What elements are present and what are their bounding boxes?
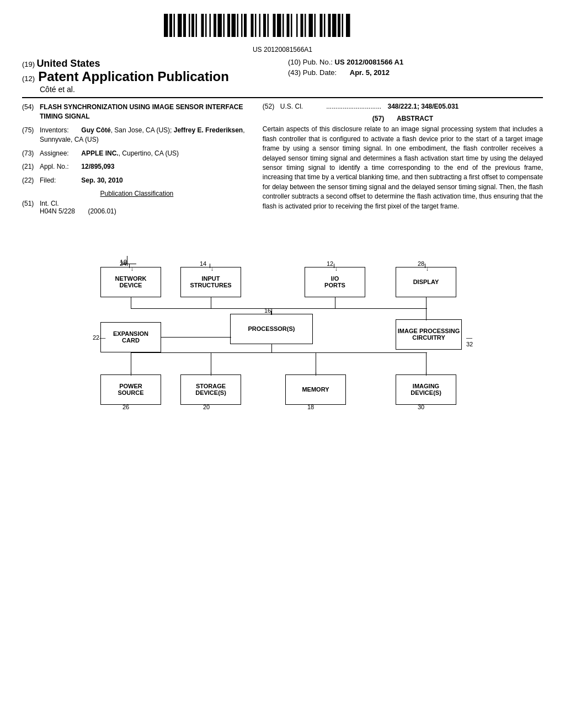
barcode-area: // Will render via JS below [22,11,543,44]
header-section: (19) United States (12) Patent Applicati… [22,58,543,94]
ref-18: 18 [307,404,314,410]
inventors-header-line: Côté et al. [40,85,277,94]
type-value: Patent Application Publication [38,69,229,84]
svg-rect-33 [315,14,316,37]
assignee-field: (73) Assignee: APPLE INC., Cupertino, CA… [22,149,252,158]
assignee-content: Assignee: APPLE INC., Cupertino, CA (US) [40,149,252,158]
power-source-box: POWERSOURCE [100,374,161,405]
pub-date-value: Apr. 5, 2012 [350,68,390,77]
pub-date-line: (43) Pub. Date: Apr. 5, 2012 [288,68,543,77]
svg-rect-22 [263,14,266,37]
filed-value: Sep. 30, 2010 [81,176,122,184]
svg-rect-36 [328,14,331,37]
type-num: (12) [22,74,35,83]
svg-rect-21 [259,14,261,37]
us-cl-label: U.S. Cl. [280,103,324,110]
arrow-head-26: ↓ [130,369,132,375]
system-arrow [127,256,127,266]
figure-container: 10 NETWORKDEVICE 24 INPUTSTRUCTURES 14 I… [22,228,543,416]
assignee-num: (73) [22,149,40,158]
us-cl-row: (52) U.S. Cl. ..........................… [263,103,543,110]
memory-box: MEMORY [285,374,346,405]
vline-14-bus [211,297,211,308]
int-cl-num: (51) [22,200,40,215]
country-line: (19) United States [22,58,277,69]
inventors-label: Inventors: [40,126,79,135]
svg-rect-5 [189,14,190,37]
appl-field: (21) Appl. No.: 12/895,093 [22,162,252,172]
svg-rect-15 [232,14,236,37]
ref-26: 26 [122,404,129,410]
arrow-head-14: ↓ [211,266,214,272]
title-value: FLASH SYNCHRONIZATION USING IMAGE SENSOR… [40,103,252,121]
svg-rect-26 [282,14,284,37]
svg-rect-27 [287,14,290,37]
filed-content: Filed: Sep. 30, 2010 [40,176,252,185]
pub-no-label: (10) Pub. No.: [288,58,333,66]
ref-30: 30 [418,404,424,410]
inventors-content: Inventors: Guy Côté, San Jose, CA (US); … [40,126,252,144]
processors-box: PROCESSOR(S) [230,314,313,344]
int-cl-row: (51) Int. Cl. H04N 5/228 (2006.01) [22,200,252,215]
svg-rect-9 [205,14,207,37]
us-cl-value: 348/222.1; 348/E05.031 [388,103,459,110]
svg-rect-8 [201,14,204,37]
svg-rect-39 [342,14,344,37]
main-content: (54) FLASH SYNCHRONIZATION USING IMAGE S… [22,103,543,217]
patent-type-line: (12) Patent Application Publication [22,69,277,84]
filed-field: (22) Filed: Sep. 30, 2010 [22,176,252,185]
country-num: (19) [22,60,35,68]
appl-label: Appl. No.: [40,162,79,172]
abstract-title: (57) ABSTRACT [263,115,543,122]
svg-rect-18 [244,14,247,37]
assignee-value: APPLE INC., Cupertino, CA (US) [81,149,179,157]
svg-rect-32 [309,14,313,37]
country-value: United States [36,58,100,69]
us-cl-num: (52) [263,103,280,110]
title-num: (54) [22,103,40,121]
ref-12: 12 [327,260,333,267]
svg-rect-10 [210,14,211,37]
arrow-head-18: ↓ [315,369,317,375]
svg-rect-16 [237,14,239,37]
pub-no-value: US 2012/0081566 A1 [335,58,404,66]
appl-content: Appl. No.: 12/895,093 [40,162,252,172]
barcode-image: // Will render via JS below [158,11,407,41]
arrow-head-28: ↓ [426,266,429,272]
arrow-24 [129,264,130,268]
arrow-12 [334,264,334,268]
right-column: (52) U.S. Cl. ..........................… [263,103,543,217]
ref-14: 14 [200,260,206,267]
left-column: (54) FLASH SYNCHRONIZATION USING IMAGE S… [22,103,252,217]
svg-rect-7 [196,14,198,37]
header-right: (10) Pub. No.: US 2012/0081566 A1 (43) P… [277,58,543,77]
abstract-heading: ABSTRACT [397,115,433,122]
arrow-head-20: ↓ [210,369,212,375]
int-cl-content: Int. Cl. H04N 5/228 (2006.01) [40,200,252,215]
arrow-head-30: ↓ [425,369,428,375]
ref-28: 28 [418,260,424,267]
svg-rect-38 [338,14,340,37]
pub-class-title: Publication Classification [22,190,252,197]
pub-date-label: (43) Pub. Date: [288,68,337,77]
hbus-bottom [131,352,427,353]
inventors-field: (75) Inventors: Guy Côté, San Jose, CA (… [22,126,252,144]
svg-rect-29 [296,14,298,37]
inventors-num: (75) [22,126,40,144]
svg-rect-37 [332,14,337,37]
svg-rect-20 [255,14,257,37]
appl-num: (21) [22,162,40,172]
arrow-14 [210,264,210,268]
appl-value: 12/895,093 [81,163,114,170]
svg-rect-30 [301,14,303,37]
svg-rect-40 [346,14,350,37]
svg-rect-31 [305,14,306,37]
main-divider [22,97,543,98]
arrow-head-24: ↓ [131,266,134,272]
svg-rect-28 [291,14,292,37]
hbus-top [131,308,427,309]
arrow-head-16: ↓ [270,310,273,316]
imaging-devices-box: IMAGINGDEVICE(S) [396,374,456,405]
us-cl-content: U.S. Cl. .............................. … [280,103,543,110]
pub-number-top: US 20120081566A1 [22,46,543,53]
